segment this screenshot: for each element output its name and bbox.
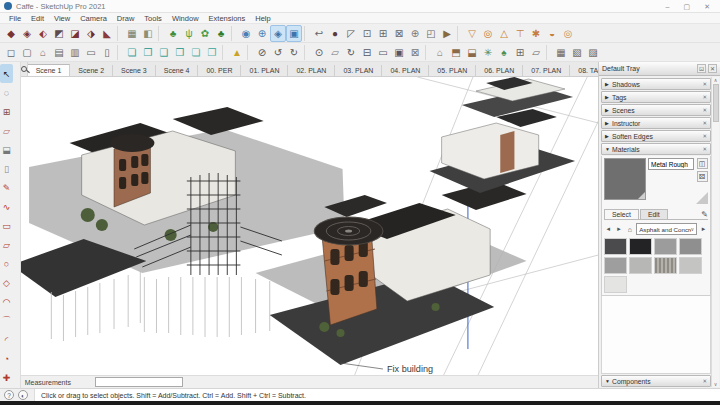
secondary-pane-icon[interactable]: ◫ <box>697 158 708 169</box>
details-arrow-icon[interactable]: ▸ <box>699 225 708 233</box>
view-cube-icon-1[interactable]: ◻ <box>3 44 19 61</box>
copy-squares-icon-6[interactable]: ❐ <box>204 44 220 61</box>
monitor-icon-3[interactable]: ▣ <box>391 44 407 61</box>
scene-tab-02-plan[interactable]: 02. PLAN <box>288 65 335 76</box>
sandbox-detail-icon[interactable]: ◎ <box>560 25 576 42</box>
forward-arrow-icon[interactable]: ▸ <box>615 225 624 233</box>
tree-icon[interactable]: ♣ <box>165 25 181 42</box>
two-point-arc-tool[interactable]: ⌒ <box>0 311 13 330</box>
pointer-tool-icon[interactable]: ▶ <box>439 25 455 42</box>
menu-help[interactable]: Help <box>250 14 275 23</box>
solid-shape-icon-4[interactable]: ◩ <box>51 25 67 42</box>
scene-tab-00-per[interactable]: 00. PER <box>198 65 241 76</box>
collections-dropdown[interactable]: Asphalt and Concrete ∨ <box>636 223 697 235</box>
cube-icon-2[interactable]: ⬓ <box>464 44 480 61</box>
sandbox-smoove-icon[interactable]: ✱ <box>528 25 544 42</box>
sandbox-triangle-icon[interactable]: △ <box>496 25 512 42</box>
close-section-icon[interactable]: ✕ <box>702 133 707 139</box>
view-cube-icon-6[interactable]: ▯ <box>99 44 115 61</box>
select-box-icon[interactable]: ◰ <box>423 25 439 42</box>
scene-tab-04-plan[interactable]: 04. PLAN <box>382 65 429 76</box>
sphere-tool-icon[interactable]: ● <box>327 25 343 42</box>
help-icon[interactable]: ? <box>4 390 14 400</box>
default-material-icon[interactable]: ⚄ <box>697 171 708 182</box>
cube-icon-1[interactable]: ⬒ <box>448 44 464 61</box>
terrain-icon-1[interactable]: ▦ <box>124 25 140 42</box>
arc-tool[interactable]: ◠ <box>0 292 13 311</box>
tray-section-materials[interactable]: ▼ Materials ✕ <box>601 143 711 155</box>
grid-icon-2[interactable]: ▧ <box>569 44 585 61</box>
leaf-icon[interactable]: ♠ <box>496 44 512 61</box>
measurements-input[interactable] <box>95 377 183 387</box>
circle-plus-icon[interactable]: ⊕ <box>407 25 423 42</box>
copy-squares-icon-4[interactable]: ❒ <box>172 44 188 61</box>
sandbox-dome-icon[interactable]: ◒ <box>544 25 560 42</box>
view-cube-icon-3[interactable]: ▤ <box>51 44 67 61</box>
view-cube-icon-4[interactable]: ▥ <box>67 44 83 61</box>
brick-chimney-right[interactable] <box>500 131 514 173</box>
line-tool[interactable]: ✎ <box>0 178 13 197</box>
right-building-cluster[interactable] <box>429 77 575 193</box>
close-tray-button[interactable]: ✕ <box>708 64 717 73</box>
scenes-search-button[interactable] <box>21 62 28 76</box>
solid-shape-icon-5[interactable]: ◪ <box>67 25 83 42</box>
circular-arrow-icon-3[interactable]: ↻ <box>286 44 302 61</box>
scroll-up-icon[interactable]: ∧ <box>714 77 718 83</box>
corner-tool-icon[interactable]: ◸ <box>343 25 359 42</box>
pie-tool[interactable]: ◔ <box>0 349 13 368</box>
viewport[interactable]: Fix building <box>21 77 598 375</box>
spin-icon[interactable]: ⊙ <box>311 44 327 61</box>
material-swatch-1[interactable] <box>604 238 627 255</box>
maximize-button[interactable]: ▢ <box>684 3 691 10</box>
menu-extensions[interactable]: Extensions <box>204 14 251 23</box>
move-tool[interactable]: ✚ <box>0 368 13 387</box>
material-swatch-5[interactable] <box>604 257 627 274</box>
in-model-icon[interactable]: ⌂ <box>625 226 634 233</box>
copy-squares-icon-5[interactable]: ❏ <box>188 44 204 61</box>
solid-shape-icon-1[interactable]: ◆ <box>3 25 19 42</box>
material-swatch-8[interactable] <box>679 257 702 274</box>
geolocation-icon[interactable]: ◐ <box>18 390 28 400</box>
tray-section-instructor[interactable]: ▶Instructor✕ <box>601 117 711 129</box>
circular-arrow-icon-2[interactable]: ↺ <box>270 44 286 61</box>
circular-arrow-icon-1[interactable]: ⊘ <box>254 44 270 61</box>
material-swatch-3[interactable] <box>654 238 677 255</box>
pin-tray-button[interactable]: ⊡ <box>697 64 706 73</box>
close-section-icon[interactable]: ✕ <box>702 146 707 152</box>
scrollbar-thumb[interactable] <box>713 84 719 122</box>
materials-tab-select[interactable]: Select <box>604 209 639 219</box>
tray-section-tags[interactable]: ▶Tags✕ <box>601 91 711 103</box>
warning-triangle-icon[interactable]: ▲ <box>229 44 245 61</box>
material-swatch-7[interactable] <box>654 257 677 274</box>
close-button[interactable]: ✕ <box>704 3 710 10</box>
grid-icon-1[interactable]: ▦ <box>553 44 569 61</box>
flip-icon[interactable]: ▱ <box>327 44 343 61</box>
grid-icon-3[interactable]: ▨ <box>585 44 601 61</box>
copy-squares-icon-2[interactable]: ❐ <box>140 44 156 61</box>
scene-tab-06-plan[interactable]: 06. PLAN <box>476 65 523 76</box>
menu-file[interactable]: File <box>4 14 26 23</box>
grid-cube-icon[interactable]: ⊞ <box>512 44 528 61</box>
material-swatch-9[interactable] <box>604 276 627 293</box>
refresh-icon[interactable]: ↻ <box>343 44 359 61</box>
close-section-icon[interactable]: ✕ <box>702 107 707 113</box>
eraser-tool[interactable]: ▱ <box>0 121 13 140</box>
grass-icon[interactable]: ψ <box>181 25 197 42</box>
material-name-input[interactable] <box>648 158 694 170</box>
undo-small-icon[interactable]: ↩ <box>311 25 327 42</box>
fan-icon[interactable]: ✳ <box>480 44 496 61</box>
scene-tab-03-plan[interactable]: 03. PLAN <box>335 65 382 76</box>
tray-section-components[interactable]: ▼ Components ✕ <box>601 375 711 387</box>
circle-tool[interactable]: ○ <box>0 254 13 273</box>
lasso-tool[interactable]: ◌ <box>0 83 13 102</box>
left-building-complex[interactable] <box>21 107 345 341</box>
pattern-cube-icon-2[interactable]: ⊞ <box>375 25 391 42</box>
tower-roof-left[interactable] <box>110 134 154 152</box>
scene-tab-scene-1[interactable]: Scene 1 <box>28 64 71 76</box>
view-house-icon[interactable]: ⌂ <box>35 44 51 61</box>
solid-shape-icon-2[interactable]: ◈ <box>19 25 35 42</box>
solid-shape-icon-7[interactable]: ◣ <box>99 25 115 42</box>
pattern-cube-icon-1[interactable]: ⊡ <box>359 25 375 42</box>
tray-section-soften-edges[interactable]: ▶Soften Edges✕ <box>601 130 711 142</box>
awning-icon[interactable]: ⌂ <box>432 44 448 61</box>
